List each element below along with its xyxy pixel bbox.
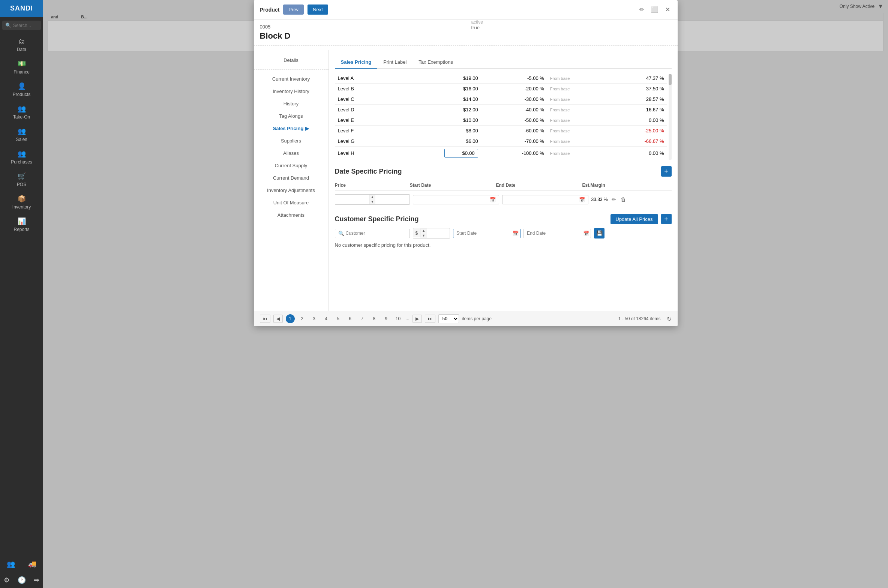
nav-item-inventory-history[interactable]: Inventory History (254, 85, 328, 98)
last-page-button[interactable]: ⏭ (425, 315, 435, 323)
customer-search-wrapper[interactable]: 🔍 (335, 229, 410, 238)
sidebar-search-wrapper[interactable]: 🔍 (2, 21, 41, 30)
pricing-level-row: Level D $12.00 -40.00 % From base 16.67 … (335, 105, 667, 115)
tab-tax-exemptions[interactable]: Tax Exemptions (412, 56, 459, 69)
save-customer-pricing-button[interactable]: 💾 (594, 228, 604, 238)
add-customer-pricing-button[interactable]: + (661, 214, 672, 224)
product-modal: Product Prev Next ✏ ⬜ ✕ 0005 Block D (254, 0, 678, 326)
customer-price-input[interactable] (427, 229, 450, 237)
date-specific-header: Date Specific Pricing + (335, 166, 672, 177)
app-logo: SANDI (0, 0, 43, 17)
data-icon: 🗂 (18, 38, 25, 45)
sidebar-item-finance[interactable]: 💵 Finance (0, 56, 43, 78)
customer-price-up[interactable]: ▲ (420, 228, 427, 233)
per-page-select[interactable]: 50 100 200 (438, 314, 459, 323)
customer-start-calendar-icon[interactable]: 📅 (513, 231, 519, 236)
edit-date-pricing-button[interactable]: ✏ (611, 196, 617, 203)
nav-item-suppliers[interactable]: Suppliers (254, 135, 328, 147)
nav-item-inventory-adjustments[interactable]: Inventory Adjustments (254, 184, 328, 196)
pricing-level-row: Level B $16.00 -20.00 % From base 37.50 … (335, 84, 667, 94)
sidebar-item-sales[interactable]: 👥 Sales (0, 123, 43, 146)
close-modal-button[interactable]: ✕ (664, 4, 672, 15)
update-all-prices-button[interactable]: Update All Prices (610, 214, 658, 224)
price-up-button[interactable]: ▲ (369, 195, 376, 200)
prev-button[interactable]: Prev (283, 4, 304, 15)
nav-item-current-demand[interactable]: Current Demand (254, 172, 328, 184)
next-button[interactable]: Next (308, 4, 328, 15)
truck-bottom-icon[interactable]: 🚚 (28, 560, 36, 568)
nav-item-unit-of-measure[interactable]: Unit Of Measure (254, 196, 328, 209)
sidebar-item-purchases[interactable]: 👥 Purchases (0, 146, 43, 168)
tab-bar: Sales Pricing Print Label Tax Exemptions (335, 56, 672, 69)
nav-item-tag-alongs[interactable]: Tag Alongs (254, 110, 328, 122)
page-10[interactable]: 10 (394, 314, 403, 323)
sidebar-item-takeon[interactable]: 👥 Take-On (0, 101, 43, 123)
customer-end-date-input[interactable] (527, 231, 583, 236)
customer-search-input[interactable] (346, 231, 406, 236)
level-discount: -70.00 % (481, 136, 547, 147)
customer-end-date-wrapper[interactable]: 📅 (524, 229, 591, 238)
sidebar-settings-row: ⚙ 🕐 ➡ (0, 572, 43, 588)
level-price[interactable] (388, 147, 481, 160)
start-date-input-wrapper[interactable]: 2023-07-10 📅 (413, 195, 499, 204)
tab-print-label[interactable]: Print Label (377, 56, 412, 69)
sidebar-item-label: Purchases (11, 159, 32, 165)
page-7[interactable]: 7 (358, 314, 367, 323)
sidebar-item-inventory[interactable]: 📦 Inventory (0, 191, 43, 213)
add-date-pricing-button[interactable]: + (661, 166, 672, 177)
modal-header: Product Prev Next ✏ ⬜ ✕ (254, 0, 678, 20)
customer-start-date-wrapper[interactable]: 📅 (453, 229, 520, 238)
end-date-input[interactable]: 2023-07-14 (506, 197, 579, 202)
clock-icon[interactable]: 🕐 (18, 576, 26, 584)
customer-start-date-input[interactable] (456, 231, 513, 236)
nav-item-history[interactable]: History (254, 98, 328, 110)
search-input[interactable] (13, 23, 38, 28)
maximize-modal-button[interactable]: ⬜ (650, 4, 660, 15)
nav-item-current-inventory[interactable]: Current Inventory (254, 73, 328, 85)
nav-item-attachments[interactable]: Attachments (254, 209, 328, 221)
level-from-base: From base (547, 84, 607, 94)
page-2[interactable]: 2 (298, 314, 307, 323)
next-page-button[interactable]: ▶ (412, 315, 422, 323)
price-value: $16.00 (463, 86, 478, 92)
start-date-input[interactable]: 2023-07-10 (416, 197, 490, 202)
customer-end-calendar-icon[interactable]: 📅 (583, 231, 589, 236)
pricing-level-row: Level H -100.00 % From base 0.00 % (335, 147, 667, 160)
refresh-icon[interactable]: ↻ (667, 315, 672, 322)
level-from-base: From base (547, 73, 607, 84)
end-date-calendar-icon[interactable]: 📅 (579, 197, 585, 202)
nav-item-sales-pricing[interactable]: Sales Pricing ▶ (254, 122, 328, 135)
first-page-button[interactable]: ⏮ (260, 315, 270, 323)
price-spin-input[interactable]: $15.00 ▲ ▼ (335, 194, 410, 205)
level-h-price-input[interactable] (444, 149, 478, 158)
nav-item-current-supply[interactable]: Current Supply (254, 159, 328, 172)
customer-price-down[interactable]: ▼ (420, 233, 427, 238)
page-3[interactable]: 3 (310, 314, 319, 323)
page-6[interactable]: 6 (346, 314, 355, 323)
start-date-calendar-icon[interactable]: 📅 (490, 197, 496, 202)
page-4[interactable]: 4 (322, 314, 331, 323)
price-down-button[interactable]: ▼ (369, 200, 376, 204)
customer-price-wrapper[interactable]: $ ▲ ▼ (413, 228, 450, 238)
price-input[interactable]: $15.00 (335, 195, 369, 204)
reports-icon: 📊 (18, 217, 26, 225)
end-date-input-wrapper[interactable]: 2023-07-14 📅 (502, 195, 588, 204)
settings-icon[interactable]: ⚙ (4, 576, 10, 584)
sidebar-item-pos[interactable]: 🛒 POS (0, 168, 43, 191)
sidebar-item-data[interactable]: 🗂 Data (0, 34, 43, 56)
tab-sales-pricing[interactable]: Sales Pricing (335, 56, 378, 69)
logout-icon[interactable]: ➡ (34, 576, 39, 584)
sidebar-item-products[interactable]: 👤 Products (0, 78, 43, 101)
users-bottom-icon[interactable]: 👥 (7, 560, 15, 568)
sidebar-item-reports[interactable]: 📊 Reports (0, 213, 43, 236)
level-name: Level D (335, 105, 388, 115)
page-9[interactable]: 9 (382, 314, 391, 323)
nav-item-aliases[interactable]: Aliases (254, 147, 328, 159)
nav-item-details[interactable]: Details (254, 54, 328, 66)
page-1[interactable]: 1 (286, 314, 295, 323)
delete-date-pricing-button[interactable]: 🗑 (620, 196, 627, 203)
page-8[interactable]: 8 (370, 314, 379, 323)
prev-page-button[interactable]: ◀ (273, 315, 283, 323)
edit-modal-button[interactable]: ✏ (638, 4, 646, 15)
page-5[interactable]: 5 (334, 314, 343, 323)
